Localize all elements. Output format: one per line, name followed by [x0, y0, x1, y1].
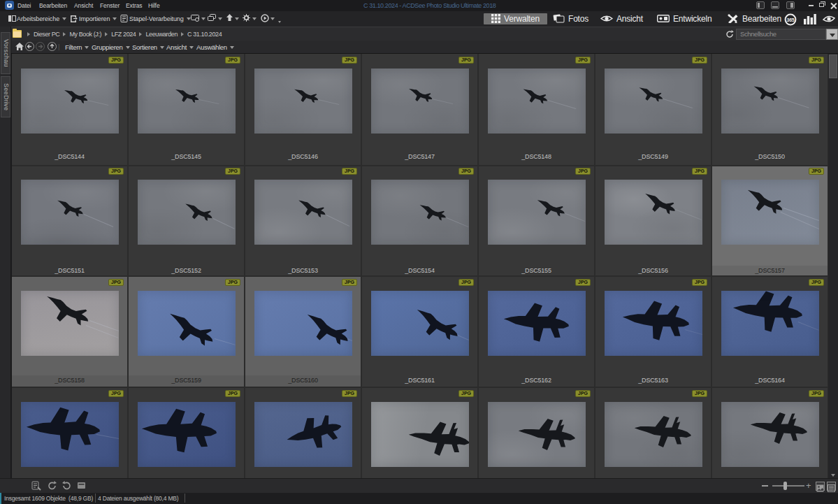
- svg-text:365: 365: [786, 17, 794, 22]
